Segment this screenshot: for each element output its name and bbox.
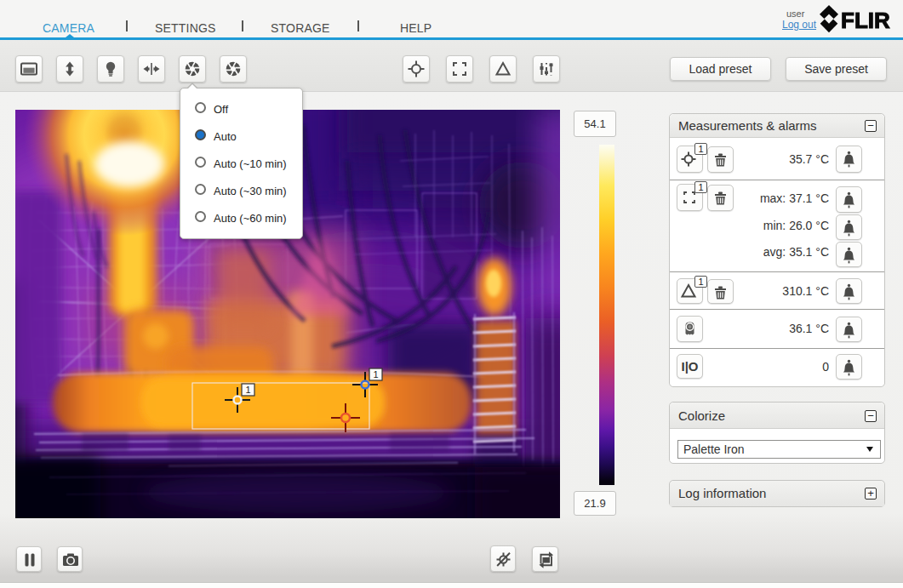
svg-text:1: 1: [373, 369, 378, 380]
svg-text:1: 1: [245, 385, 250, 395]
